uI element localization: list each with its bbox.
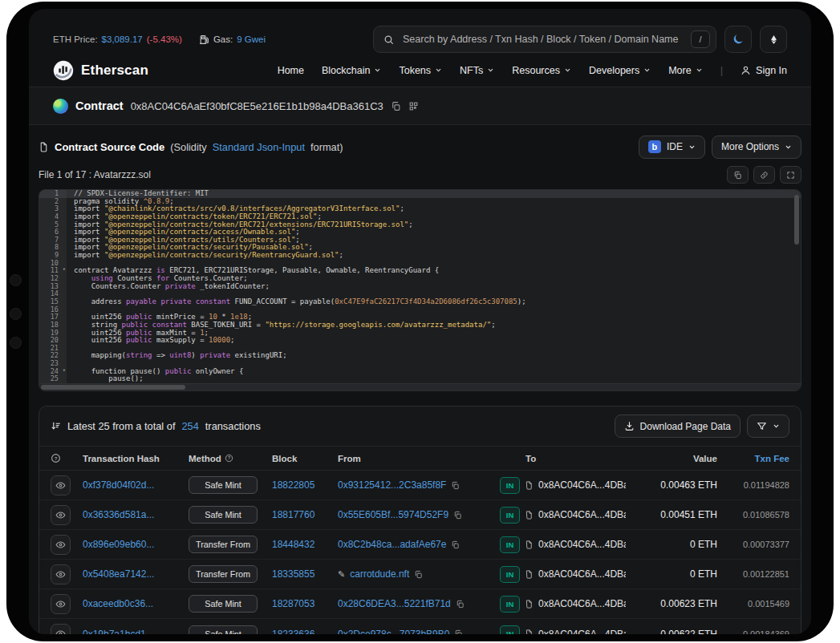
eye-icon — [55, 480, 66, 491]
to-address-link[interactable]: 0x8AC04C6A...4DBa361C3 — [538, 629, 626, 635]
file-actions — [727, 166, 801, 184]
column-header-block[interactable]: Block — [272, 454, 333, 463]
copy-from-button[interactable] — [453, 511, 462, 520]
to-address-link[interactable]: 0x8AC04C6A...4DBa361C3 — [538, 509, 626, 520]
search-input[interactable] — [401, 33, 684, 46]
block-link[interactable]: 18822805 — [272, 479, 314, 491]
expand-button[interactable] — [780, 166, 801, 184]
eth-price-value[interactable]: $3,089.17 — [102, 34, 143, 44]
column-header-hash[interactable]: Transaction Hash — [83, 454, 184, 463]
source-code-header: Contract Source Code (Solidity Standard … — [39, 135, 801, 159]
nav-divider: | — [720, 64, 723, 76]
tx-preview-button[interactable] — [51, 624, 71, 634]
qr-code-button[interactable] — [408, 101, 419, 111]
code-fold-icon[interactable]: ▾ — [63, 367, 66, 375]
gas-value[interactable]: 9 Gwei — [237, 34, 266, 44]
nav-label: Developers — [589, 65, 639, 76]
tx-preview-button[interactable] — [51, 535, 71, 555]
chevron-down-icon — [773, 423, 780, 430]
vertical-scrollbar[interactable] — [794, 195, 799, 245]
to-address-link[interactable]: 0x8AC04C6A...4DBa361C3 — [538, 598, 626, 609]
nav-label: Blockchain — [322, 65, 370, 76]
summary-suffix: transactions — [205, 420, 261, 432]
horizontal-scrollbar-thumb[interactable] — [41, 385, 185, 390]
search-icon — [383, 34, 394, 45]
filter-button[interactable] — [747, 415, 789, 438]
block-link[interactable]: 18448432 — [272, 539, 314, 550]
line-number: 4 — [39, 213, 67, 221]
from-address-link[interactable]: 0x93125412...2C3a85f8F — [338, 479, 446, 491]
gas-pump-icon — [199, 34, 209, 45]
gas-tracker[interactable]: Gas: 9 Gwei — [199, 34, 266, 45]
column-header-fee[interactable]: Txn Fee — [722, 454, 789, 463]
tx-hash-link[interactable]: 0x5408ea7142... — [83, 568, 154, 580]
tx-preview-button[interactable] — [51, 564, 71, 584]
document-icon — [39, 142, 49, 152]
tx-hash-link[interactable]: 0x896e09eb60... — [83, 539, 154, 550]
from-address-link[interactable]: 0x55E605Bf...5974D52F9 — [338, 509, 448, 520]
nav-item-home[interactable]: Home — [278, 65, 304, 76]
column-header-from[interactable]: From — [338, 454, 495, 463]
tx-preview-button[interactable] — [51, 505, 71, 525]
nav-item-more[interactable]: More — [668, 65, 702, 76]
tx-hash-link[interactable]: 0xf378d04f02d... — [83, 479, 154, 491]
column-header-to[interactable]: To — [500, 454, 626, 463]
side-button — [10, 308, 22, 320]
copy-from-button[interactable] — [414, 570, 423, 579]
copy-address-button[interactable] — [391, 101, 401, 111]
sign-in-button[interactable]: Sign In — [741, 65, 787, 76]
copy-source-button[interactable] — [727, 166, 749, 184]
transaction-count[interactable]: 254 — [181, 420, 198, 432]
code-viewer[interactable]: 1// SPDX-License-Identifier: MIT2pragma … — [39, 189, 801, 391]
search-bar[interactable]: / — [373, 26, 716, 53]
download-page-data-button[interactable]: Download Page Data — [615, 415, 741, 438]
line-number: 25 — [39, 375, 67, 383]
copy-from-button[interactable] — [454, 629, 463, 634]
nav-item-blockchain[interactable]: Blockchain — [322, 65, 381, 76]
contract-file-icon — [525, 600, 534, 609]
from-address-link[interactable]: 0x8C2b48ca...adafAe67e — [338, 539, 446, 550]
copy-from-button[interactable] — [456, 600, 465, 609]
to-address-link[interactable]: 0x8AC04C6A...4DBa361C3 — [538, 568, 626, 580]
nav-item-tokens[interactable]: Tokens — [399, 65, 442, 76]
column-header-value[interactable]: Value — [631, 454, 717, 463]
network-button[interactable] — [760, 26, 787, 53]
etherscan-brand[interactable]: Etherscan — [53, 60, 148, 81]
table-header-row: ? Transaction Hash Method? Block From To… — [39, 446, 801, 471]
nav-item-resources[interactable]: Resources — [512, 65, 571, 76]
nav-label: NFTs — [460, 65, 483, 76]
tx-hash-link[interactable]: 0x36336d581a... — [83, 509, 154, 520]
block-link[interactable]: 18287053 — [272, 598, 314, 609]
nav-item-developers[interactable]: Developers — [589, 65, 651, 76]
nav-item-nfts[interactable]: NFTs — [460, 65, 494, 76]
tx-hash-link[interactable]: 0xaceedb0c36... — [83, 598, 153, 609]
json-input-link[interactable]: Standard Json-Input — [213, 141, 305, 153]
method-badge: Safe Mint — [189, 506, 258, 524]
copy-icon — [453, 511, 462, 520]
line-number: 7 — [39, 237, 67, 245]
help-icon[interactable]: ? — [51, 453, 78, 463]
to-address-link[interactable]: 0x8AC04C6A...4DBa361C3 — [538, 539, 626, 550]
question-circle-icon: ? — [51, 453, 61, 463]
block-link[interactable]: 18233636 — [272, 629, 314, 635]
copy-from-button[interactable] — [451, 540, 460, 549]
column-header-method[interactable]: Method? — [189, 454, 267, 463]
dark-mode-toggle[interactable] — [724, 26, 752, 53]
topbar-right: / — [373, 26, 787, 53]
tx-preview-button[interactable] — [51, 594, 71, 614]
block-link[interactable]: 18817760 — [272, 509, 314, 520]
from-address-link[interactable]: carrotdude.nft — [350, 568, 409, 580]
tx-hash-link[interactable]: 0x19b7a1bcd1... — [83, 629, 154, 635]
more-options-button[interactable]: More Options — [712, 135, 801, 159]
ide-button[interactable]: b IDE — [639, 135, 705, 159]
code-fold-icon[interactable]: ▾ — [63, 266, 66, 274]
copy-from-button[interactable] — [451, 481, 460, 490]
to-address-link[interactable]: 0x8AC04C6A...4DBa361C3 — [538, 479, 626, 491]
tx-preview-button[interactable] — [51, 475, 71, 495]
from-address-link[interactable]: 0x2Dce978c...7073bB9B0 — [338, 629, 449, 635]
horizontal-scrollbar-track[interactable] — [39, 383, 801, 390]
from-address-link[interactable]: 0x28C6DEA3...5221fB71d — [338, 598, 451, 609]
tx-value: 0.00463 ETH — [631, 479, 717, 491]
permalink-button[interactable] — [753, 166, 775, 184]
block-link[interactable]: 18335855 — [272, 568, 314, 580]
